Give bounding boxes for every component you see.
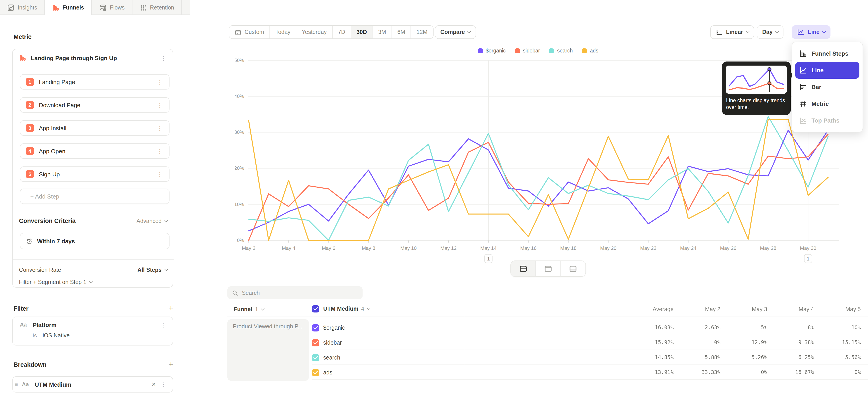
series-checkbox[interactable]: [312, 324, 319, 331]
add-filter-button[interactable]: +: [168, 304, 173, 313]
column-header[interactable]: Average: [627, 306, 675, 312]
interval-button[interactable]: Day: [757, 25, 784, 39]
step-menu-button[interactable]: ⋮: [155, 101, 164, 109]
split-view-toggle[interactable]: [511, 261, 536, 276]
funnel-step-2[interactable]: 2Download Page⋮: [20, 97, 169, 113]
funnel-step-4[interactable]: 4App Open⋮: [20, 143, 169, 159]
breakdown-selector[interactable]: UTM Medium 4: [312, 305, 370, 312]
svg-text:May 30: May 30: [800, 245, 816, 251]
funnel-steps-icon: [799, 50, 807, 57]
column-header[interactable]: May 5: [815, 306, 862, 312]
advanced-toggle[interactable]: Advanced: [136, 218, 162, 224]
range-custom[interactable]: Custom: [229, 26, 270, 38]
tab-flows[interactable]: Flows: [92, 0, 132, 15]
remove-breakdown-icon[interactable]: ✕: [149, 381, 159, 387]
menu-item-metric[interactable]: Metric: [795, 95, 860, 112]
funnel-menu-button[interactable]: ⋮: [159, 54, 168, 62]
conversion-rate-value[interactable]: All Steps: [137, 267, 162, 273]
series-checkbox[interactable]: [312, 354, 319, 361]
table-cell: 15.15%: [815, 339, 862, 345]
column-header[interactable]: May 2: [675, 306, 721, 312]
filter-section-header: Filter: [13, 305, 29, 312]
legend-item-search[interactable]: search: [549, 48, 573, 53]
funnel-title-row[interactable]: Landing Page through Sign Up ⋮: [13, 49, 173, 66]
range-3m[interactable]: 3M: [373, 26, 392, 38]
table-cell: 5.26%: [721, 354, 768, 361]
table-cell: 0%: [862, 354, 868, 361]
column-header[interactable]: May 3: [721, 306, 768, 312]
table-cell: 6.25%: [768, 354, 815, 361]
table-cell: 12.9%: [721, 339, 768, 345]
scale-button[interactable]: Linear: [710, 25, 754, 39]
filter-card[interactable]: Aa Platform ⋮ Is iOS Native: [12, 317, 173, 345]
filter-value[interactable]: iOS Native: [43, 333, 70, 339]
table-cell: 16.67%: [768, 369, 815, 375]
drag-handle-icon[interactable]: ≡: [15, 382, 18, 387]
funnel-step-3[interactable]: 3App Install⋮: [20, 120, 169, 136]
breakdown-menu-button[interactable]: ⋮: [159, 380, 168, 388]
range-30d[interactable]: 30D: [351, 26, 373, 38]
svg-text:May 26: May 26: [720, 245, 737, 251]
compare-button[interactable]: Compare: [435, 25, 476, 39]
legend-swatch: [477, 48, 483, 53]
range-7d[interactable]: 7D: [333, 26, 351, 38]
conversion-window[interactable]: Within 7 days: [20, 233, 169, 249]
menu-item-bar[interactable]: Bar: [795, 79, 860, 95]
legend-swatch: [515, 48, 520, 53]
search-input[interactable]: [242, 290, 358, 296]
table-panel-view-icon: [569, 265, 577, 272]
table-cell: 5.88%: [675, 354, 721, 361]
svg-text:0%: 0%: [237, 238, 244, 243]
legend-item-ads[interactable]: ads: [582, 48, 598, 53]
breakdown-card[interactable]: ≡ Aa UTM Medium ✕ ⋮: [12, 376, 173, 393]
chart-panel-view-toggle[interactable]: [536, 261, 561, 276]
tab-insights[interactable]: Insights: [0, 0, 45, 15]
tooltip-preview-chart: [726, 66, 786, 94]
step-menu-button[interactable]: ⋮: [155, 124, 164, 132]
svg-text:May 10: May 10: [400, 245, 416, 251]
menu-item-funnel-steps[interactable]: Funnel Steps: [795, 45, 860, 62]
app-window: InsightsFunnelsFlowsRetention Metric Lan…: [0, 0, 868, 407]
report-tabbar: InsightsFunnelsFlowsRetention: [0, 0, 190, 15]
tab-funnels[interactable]: Funnels: [45, 0, 92, 15]
chart-legend: $organicsidebarsearchads: [235, 48, 841, 53]
step-menu-button[interactable]: ⋮: [155, 78, 164, 86]
sidebar-divider: [190, 0, 190, 407]
funnel-count: 1: [255, 306, 258, 312]
menu-item-line[interactable]: Line: [795, 62, 860, 79]
filter-menu-button[interactable]: ⋮: [159, 321, 168, 328]
table-date-headers: AverageMay 2May 3May 4May 5May 6May 7May…: [627, 306, 868, 312]
funnel-step-5[interactable]: 5Sign Up⋮: [20, 166, 169, 182]
range-12m[interactable]: 12M: [411, 26, 433, 38]
series-checkbox[interactable]: [312, 339, 319, 346]
column-header[interactable]: May 6: [862, 306, 868, 312]
legend-item-sidebar[interactable]: sidebar: [515, 48, 540, 53]
chart-type-button[interactable]: Line: [792, 25, 831, 39]
series-line-sidebar: [249, 134, 828, 240]
series-checkbox[interactable]: [312, 369, 319, 376]
table-cell: 33.33%: [675, 369, 721, 375]
range-yesterday[interactable]: Yesterday: [296, 26, 333, 38]
calendar-icon: [235, 29, 241, 35]
column-header[interactable]: May 4: [768, 306, 815, 312]
step-menu-button[interactable]: ⋮: [155, 170, 164, 178]
tooltip-caption: Line charts display trends over time.: [726, 97, 786, 111]
add-step-button[interactable]: + Add Step: [20, 189, 169, 204]
table-cell: 5%: [721, 324, 768, 331]
select-all-checkbox[interactable]: [312, 305, 319, 312]
tab-retention[interactable]: Retention: [132, 0, 182, 15]
table-cell: 8%: [768, 324, 815, 331]
filter-segment-toggle[interactable]: Filter + Segment on Step 1: [19, 279, 86, 285]
funnels-icon: [52, 4, 59, 11]
range-6m[interactable]: 6M: [392, 26, 411, 38]
funnel-selector[interactable]: Funnel 1: [234, 306, 264, 312]
table-row-ads: ads13.91%33.33%0%16.67%0%0%0%0%14.29%16.…: [227, 365, 868, 380]
step-label: Download Page: [39, 101, 155, 108]
table-panel-view-toggle[interactable]: [561, 261, 585, 276]
add-breakdown-button[interactable]: +: [168, 360, 173, 369]
range-today[interactable]: Today: [270, 26, 296, 38]
line-icon: [799, 66, 807, 74]
funnel-step-1[interactable]: 1Landing Page⋮: [20, 74, 169, 90]
legend-item-organic[interactable]: $organic: [477, 48, 506, 53]
step-menu-button[interactable]: ⋮: [155, 147, 164, 155]
